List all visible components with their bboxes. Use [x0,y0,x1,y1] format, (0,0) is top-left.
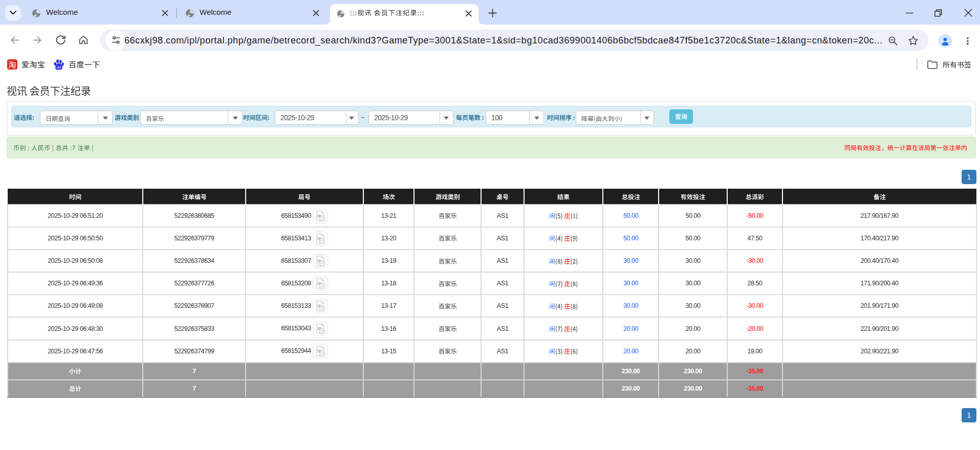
svg-text:du: du [57,65,61,70]
